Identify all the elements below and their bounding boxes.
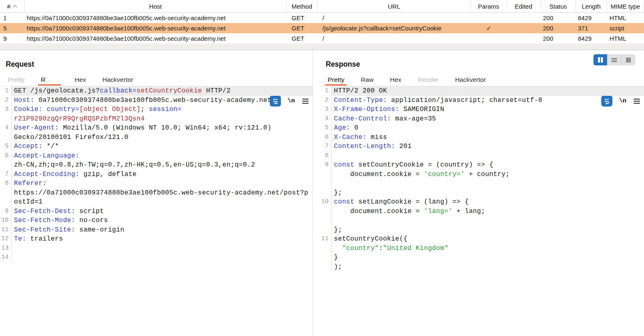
- code-line[interactable]: 5Accept: */*: [0, 142, 313, 151]
- code-line[interactable]: 14: [0, 253, 313, 262]
- column-header-status[interactable]: Status: [541, 0, 576, 12]
- code-line[interactable]: 11Sec-Fetch-Site: same-origin: [0, 225, 313, 235]
- request-tab-hackvertor[interactable]: Hackvertor: [101, 74, 134, 85]
- code-line[interactable]: 9Sec-Fetch-Dest: script: [0, 207, 313, 216]
- column-header-mime-type[interactable]: MIME type: [607, 0, 644, 12]
- code-line[interactable]: );: [320, 262, 644, 272]
- response-panel: Response PrettyRawHexRenderHackvertor \n…: [320, 50, 644, 336]
- code-line[interactable]: 8Referer:: [0, 179, 313, 188]
- line-number: [320, 244, 331, 253]
- code-line[interactable]: 10Sec-Fetch-Mode: no-cors: [0, 216, 313, 225]
- cell-length: 8429: [576, 33, 607, 44]
- table-row-5[interactable]: 5https://0a71000c0309374880be3ae100fb005…: [0, 23, 644, 33]
- column-header-method[interactable]: Method: [287, 0, 317, 12]
- cell-mime: HTML: [607, 33, 644, 44]
- code-text: const setLangCookie = (lang) => {: [331, 197, 644, 207]
- code-line[interactable]: 2Content-Type: application/javascript; c…: [320, 96, 644, 105]
- code-line[interactable]: https://0a71000c0309374880be3ae100fb005c…: [0, 188, 313, 198]
- code-line[interactable]: zh-CN,zh;q=0.8,zh-TW;q=0.7,zh-HK;q=0.5,e…: [0, 160, 313, 170]
- response-tab-raw[interactable]: Raw: [359, 74, 375, 85]
- code-line[interactable]: 1GET /js/geolocate.js?callback=setCountr…: [0, 86, 313, 96]
- line-number: [0, 197, 12, 207]
- code-text: Cache-Control: max-age=35: [331, 114, 644, 124]
- code-line[interactable]: ostId=1: [0, 197, 313, 207]
- request-editor[interactable]: 1GET /js/geolocate.js?callback=setCountr…: [0, 86, 313, 336]
- column-header-length[interactable]: Length: [576, 0, 607, 12]
- code-line[interactable]: r21P9290zgQrR9QrgRQSPzbfM2l3Qsn4: [0, 114, 313, 124]
- code-line[interactable]: 10const setLangCookie = (lang) => {: [320, 197, 644, 207]
- http-history-table: #HostMethodURLParamsEditedStatusLengthMI…: [0, 0, 644, 44]
- code-line[interactable]: 13: [0, 244, 313, 253]
- response-tab-hex[interactable]: Hex: [389, 74, 403, 85]
- table-row-9[interactable]: 9https://0a71000c0309374880be3ae100fb005…: [0, 33, 644, 44]
- request-tab-r[interactable]: R: [39, 74, 59, 85]
- split-rows-button[interactable]: [607, 54, 621, 65]
- request-tab-hex[interactable]: Hex: [74, 74, 87, 85]
- line-number: [320, 216, 331, 225]
- code-line[interactable]: 11setCountryCookie({: [320, 234, 644, 244]
- code-text: zh-CN,zh;q=0.8,zh-TW;q=0.7,zh-HK;q=0.5,e…: [12, 160, 313, 170]
- column-header-params[interactable]: Params: [471, 0, 506, 12]
- code-line[interactable]: [320, 216, 644, 225]
- code-line[interactable]: 7Content-Length: 201: [320, 142, 644, 151]
- code-line[interactable]: 7Accept-Encoding: gzip, deflate: [0, 170, 313, 179]
- cell-edited: [506, 33, 541, 44]
- response-tab-render[interactable]: Render: [416, 74, 440, 85]
- line-number: 14: [0, 253, 12, 262]
- code-line[interactable]: };: [320, 225, 644, 235]
- response-tab-pretty[interactable]: Pretty: [327, 74, 345, 85]
- code-line[interactable]: 4User-Agent: Mozilla/5.0 (Windows NT 10.…: [0, 123, 313, 133]
- code-line[interactable]: Gecko/20100101 Firefox/121.0: [0, 133, 313, 142]
- code-line[interactable]: 6Accept-Language:: [0, 151, 313, 161]
- code-text: Gecko/20100101 Firefox/121.0: [12, 133, 313, 142]
- code-text: X-Frame-Options: SAMEORIGIN: [331, 105, 644, 114]
- code-line[interactable]: 8: [320, 151, 644, 161]
- cell-num: 9: [0, 33, 25, 44]
- response-editor[interactable]: 1HTTP/2 200 OK2Content-Type: application…: [320, 86, 644, 336]
- code-text: [12, 253, 313, 262]
- column-header-host[interactable]: Host: [25, 0, 287, 12]
- table-horizontal-scrollbar[interactable]: [0, 44, 644, 50]
- sort-ascending-icon: [13, 5, 17, 8]
- column-label: Edited: [515, 3, 532, 10]
- cell-edited: [506, 23, 541, 33]
- code-text: Accept-Language:: [12, 151, 313, 161]
- code-line[interactable]: 4Cache-Control: max-age=35: [320, 114, 644, 124]
- cell-mime: script: [607, 23, 644, 33]
- line-number: 8: [320, 151, 331, 161]
- cell-params: ✓: [471, 23, 506, 33]
- line-number: 2: [320, 96, 331, 105]
- code-line[interactable]: document.cookie = 'country=' + country;: [320, 170, 644, 179]
- code-line[interactable]: 1HTTP/2 200 OK: [320, 86, 644, 96]
- column-header-edited[interactable]: Edited: [506, 0, 541, 12]
- single-pane-button[interactable]: [621, 54, 635, 65]
- code-line[interactable]: 2Host: 0a71000c0309374880be3ae100fb005c.…: [0, 96, 313, 105]
- code-text: User-Agent: Mozilla/5.0 (Windows NT 10.0…: [12, 123, 313, 133]
- cell-status: 200: [541, 33, 576, 44]
- cell-status: 200: [541, 23, 576, 33]
- code-text: [331, 151, 644, 161]
- cell-status: 200: [541, 13, 576, 23]
- code-line[interactable]: 5Age: 0: [320, 123, 644, 133]
- column-header--[interactable]: #: [0, 0, 25, 12]
- request-tab-pretty[interactable]: Pretty: [7, 74, 25, 85]
- table-row-1[interactable]: 1https://0a71000c0309374880be3ae100fb005…: [0, 13, 644, 23]
- response-tab-hackvertor[interactable]: Hackvertor: [454, 74, 487, 85]
- split-columns-button[interactable]: [593, 54, 607, 65]
- code-line[interactable]: };: [320, 188, 644, 198]
- code-line[interactable]: 6X-Cache: miss: [320, 133, 644, 142]
- cell-url: /: [317, 33, 471, 44]
- code-line[interactable]: [320, 179, 644, 188]
- cell-host: https://0a71000c0309374880be3ae100fb005c…: [25, 13, 287, 23]
- code-line[interactable]: 9const setCountryCookie = (country) => {: [320, 160, 644, 170]
- code-line[interactable]: document.cookie = 'lang=' + lang;: [320, 207, 644, 216]
- code-line[interactable]: 3X-Frame-Options: SAMEORIGIN: [320, 105, 644, 114]
- line-number: [0, 188, 12, 198]
- column-header-url[interactable]: URL: [317, 0, 471, 12]
- code-line[interactable]: 12Te: trailers: [0, 234, 313, 244]
- code-line[interactable]: 3Cookie: country=[object Object]; sessio…: [0, 105, 313, 114]
- code-line[interactable]: }: [320, 253, 644, 262]
- code-text: Accept: */*: [12, 142, 313, 151]
- code-line[interactable]: "country":"United Kingdom": [320, 244, 644, 253]
- code-text: Sec-Fetch-Dest: script: [12, 207, 313, 216]
